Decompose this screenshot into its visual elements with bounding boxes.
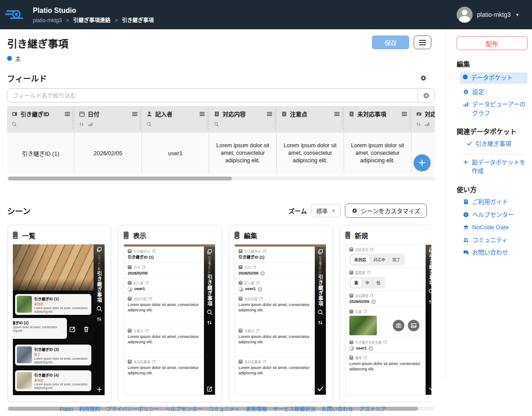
- scene-card-list[interactable]: 一覧 レコード一覧 引き継ぎ事項: [7, 225, 111, 402]
- footer-link[interactable]: お問い合わせ: [321, 406, 353, 412]
- platio-logo-icon[interactable]: [4, 5, 26, 24]
- scenes-section-title: シーン: [7, 205, 31, 216]
- table-cell[interactable]: Lorem ipsum dolor sit amet, consectetur …: [209, 133, 276, 174]
- scene-card-edit[interactable]: 編集 引き継ぎID引き継ぎID (1) 日付2026/02/05× 記入者use…: [229, 225, 333, 402]
- person-icon: [146, 111, 153, 117]
- table-cell[interactable]: Lorem ipsum dolor sit amet, consectetur …: [344, 133, 411, 174]
- column-header[interactable]: 対応状況: [411, 106, 435, 133]
- edit-icon: [370, 248, 373, 251]
- footer-link[interactable]: サービス稼働状況: [273, 406, 316, 412]
- sidebar-item-guide[interactable]: ご利用ガイド: [463, 198, 528, 207]
- scene-card-new[interactable]: 新規 対応状況 未対応 対応中 完了 重要度: [340, 225, 431, 402]
- save-button[interactable]: 保存: [372, 35, 409, 49]
- zoom-select[interactable]: 標準 ▼: [311, 204, 340, 217]
- list-scene-preview: レコード一覧 引き継ぎ事項 引き継ぎID (1) 未対応 Lorem ipsum…: [13, 244, 105, 395]
- sidebar-item-nocode-gate[interactable]: NoCode Gate: [463, 223, 528, 232]
- column-menu-icon[interactable]: [132, 111, 138, 117]
- pocket-title-vertical: 引き継ぎ事項: [96, 271, 103, 303]
- sidebar-item-dataviewer-chart[interactable]: データビューアーのグラフ: [463, 100, 529, 118]
- sidebar-item-data-pocket[interactable]: データポケット: [460, 72, 528, 84]
- table-cell[interactable]: user1: [142, 133, 209, 174]
- column-menu-icon[interactable]: [266, 111, 273, 117]
- create-sub-pocket-link[interactable]: 副データポケットを作成: [463, 158, 529, 176]
- scene-caption-vertical: 引き継ぎID (1): [207, 256, 211, 274]
- customize-scenes-label: シーンをカスタマイズ: [361, 206, 420, 215]
- breadcrumb-org[interactable]: platio-mktg3: [33, 17, 62, 24]
- phone-icon: [13, 232, 18, 239]
- account-menu[interactable]: platio-mktg3 ▼: [457, 7, 520, 23]
- sidebar-item-community[interactable]: コミュニティ: [463, 236, 528, 245]
- sidebar-item-help-center[interactable]: ヘルプセンター: [463, 211, 528, 220]
- sort-icon[interactable]: [416, 122, 421, 127]
- status-segmented-control: 未対応 対応中 完了: [349, 254, 405, 266]
- scene-caption-vertical: レコード一覧: [97, 254, 101, 270]
- column-header[interactable]: 引き継ぎID: [7, 106, 74, 133]
- document-icon: [214, 111, 220, 117]
- scrollbar-thumb[interactable]: [8, 177, 232, 181]
- search-icon[interactable]: [146, 122, 152, 127]
- column-menu-icon[interactable]: [401, 111, 407, 117]
- scene-card-view[interactable]: 表示 引き継ぎID引き継ぎID (1) 日付2026/02/05 記入者user…: [118, 225, 222, 402]
- field-column: 記入者 user1: [142, 106, 209, 174]
- distribute-button[interactable]: 配布: [457, 36, 528, 50]
- sidebar-item-label: コミュニティ: [472, 236, 508, 245]
- clear-filter-button[interactable]: [418, 89, 434, 102]
- column-header[interactable]: 日付: [74, 106, 141, 133]
- field-column: 引き継ぎID 引き継ぎID (1): [7, 106, 74, 174]
- field-filter-input[interactable]: [8, 89, 418, 102]
- table-cell[interactable]: 2026/02/05: [74, 133, 141, 174]
- add-record-button[interactable]: [414, 154, 430, 171]
- search-icon: [428, 288, 432, 294]
- sidebar-item-label: 副データポケットを作成: [472, 158, 529, 176]
- thumbnail: [17, 296, 32, 313]
- footer-link[interactable]: 更新情報: [246, 406, 267, 412]
- column-header[interactable]: 未対応事項: [344, 106, 411, 133]
- id-card-icon: [12, 111, 18, 117]
- copy-icon: [207, 249, 212, 255]
- breadcrumb-sep: >: [66, 17, 69, 24]
- table-cell[interactable]: Lorem ipsum dolor sit amet, consectetur …: [277, 133, 344, 174]
- column-menu-icon[interactable]: [334, 111, 340, 117]
- breadcrumb-app[interactable]: 引継ぎ事項連絡: [73, 17, 110, 24]
- avatar[interactable]: [457, 7, 473, 23]
- sidebar-item-contact[interactable]: お問い合わせ: [463, 248, 528, 257]
- edit-icon: [152, 360, 155, 363]
- sort-icon[interactable]: [79, 122, 84, 127]
- chart-icon[interactable]: [425, 122, 430, 127]
- sidebar-item-related-pocket[interactable]: 引き継ぎ事項: [466, 140, 528, 149]
- page-menu-button[interactable]: [414, 35, 431, 49]
- column-header[interactable]: 注意点: [277, 106, 344, 133]
- footer-link[interactable]: Platio: [60, 406, 73, 412]
- footer-link[interactable]: アステリア: [359, 406, 386, 412]
- customize-scenes-button[interactable]: シーンをカスタマイズ: [345, 204, 427, 218]
- app-root: Platio Studio platio-mktg3 > 引継ぎ事項連絡 > 引…: [0, 0, 532, 416]
- breadcrumb-pocket[interactable]: 引き継ぎ事項: [122, 17, 154, 24]
- footer-link[interactable]: プライバシーポリシー: [106, 406, 159, 412]
- sidebar-item-label: データビューアーのグラフ: [472, 100, 529, 118]
- table-cell[interactable]: 引き継ぎID (1): [7, 133, 74, 174]
- chart-icon[interactable]: [88, 122, 93, 127]
- column-header[interactable]: 記入者: [142, 106, 209, 133]
- fields-settings-gear-icon[interactable]: [420, 75, 427, 82]
- sidebar-item-settings[interactable]: 設定: [463, 88, 528, 97]
- column-menu-icon[interactable]: [64, 111, 70, 117]
- edit-icon: [383, 341, 387, 344]
- table-horizontal-scrollbar[interactable]: [7, 177, 435, 181]
- clear-value-icon: ×: [258, 287, 262, 292]
- document-icon: [128, 360, 132, 364]
- pocket-title-vertical: 引き継ぎ事項: [206, 275, 213, 306]
- search-icon[interactable]: [12, 122, 17, 127]
- avatar: [349, 346, 354, 351]
- footer-link[interactable]: コミュニティ: [208, 406, 240, 412]
- footer-link[interactable]: 利用規約: [79, 406, 100, 412]
- column-menu-icon[interactable]: [199, 111, 205, 117]
- main-content: 引き継ぎ事項 主 保存 フィールド: [0, 29, 446, 416]
- column-header[interactable]: 対応内容: [209, 106, 276, 133]
- id-card-icon: [239, 249, 243, 253]
- gear-icon: [463, 89, 469, 95]
- footer-link[interactable]: ヘルプセンター: [165, 406, 202, 412]
- clear-value-icon: ×: [260, 271, 265, 276]
- sidebar-item-label: 設定: [472, 88, 484, 97]
- search-icon[interactable]: [214, 122, 219, 127]
- list-item: 引き継ぎID (1) 未対応 Lorem ipsum dolor sit ame…: [15, 294, 91, 315]
